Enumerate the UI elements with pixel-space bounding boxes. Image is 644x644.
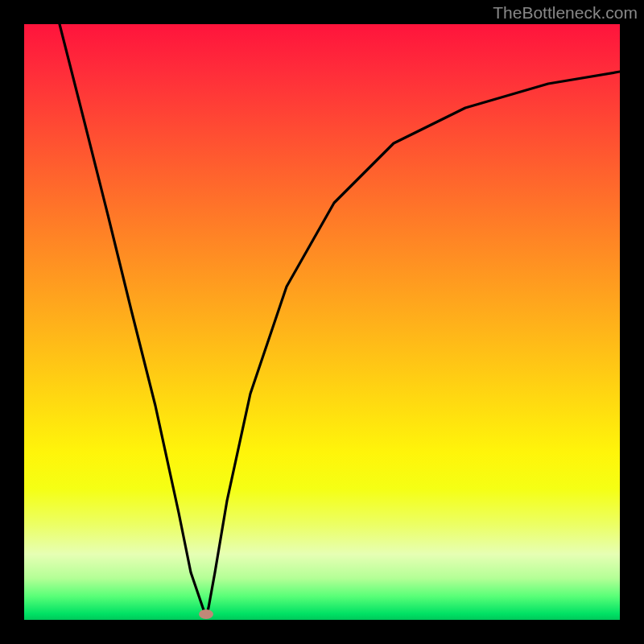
watermark-text: TheBottleneck.com [493,3,638,23]
curve-svg [24,24,620,620]
bottleneck-curve [60,24,620,617]
minimum-marker [199,609,213,619]
plot-area [24,24,620,620]
chart-frame: TheBottleneck.com [0,0,644,644]
